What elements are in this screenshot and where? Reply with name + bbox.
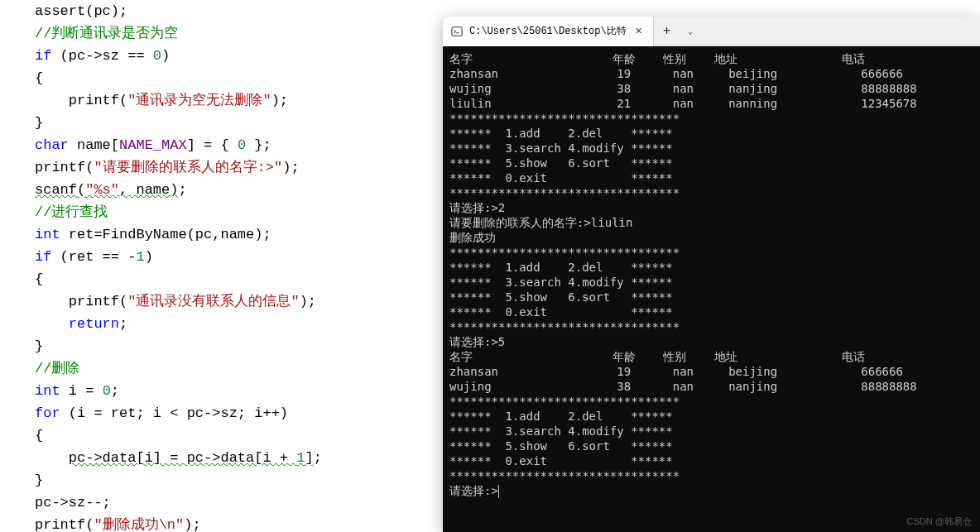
title-bar: C:\Users\25061\Desktop\比特 × + ⌄: [443, 17, 980, 46]
code-line: printf("通讯录没有联系人的信息");: [35, 290, 447, 313]
terminal-line: zhansan 19 nan beijing 666666: [449, 66, 973, 81]
code-line: }: [35, 469, 447, 491]
terminal-line: 名字 年龄 性别 地址 电话: [449, 349, 973, 364]
terminal-line: ****** 0.exit ******: [449, 304, 973, 319]
terminal-line: ****** 0.exit ******: [449, 453, 973, 468]
terminal-line: ****** 3.search 4.modify ******: [449, 141, 973, 156]
terminal-line: ****** 1.add 2.del ******: [449, 260, 973, 275]
terminal-line: ****** 5.show 6.sort ******: [449, 156, 973, 170]
code-line: }: [35, 112, 447, 134]
terminal-line: wujing 38 nan nanjing 88888888: [449, 379, 973, 394]
code-line: if (ret == -1): [35, 246, 447, 268]
terminal-icon: [451, 26, 463, 37]
terminal-line: *********************************: [449, 111, 973, 126]
terminal-line: 删除成功: [449, 230, 973, 245]
code-line: printf("请要删除的联系人的名字:>");: [35, 156, 447, 179]
code-line: {: [35, 424, 447, 447]
code-line: printf("删除成功\n");: [35, 514, 447, 532]
terminal-line: ****** 1.add 2.del ******: [449, 126, 973, 141]
svg-rect-0: [452, 26, 462, 36]
new-tab-button[interactable]: +: [654, 24, 680, 39]
code-line: if (pc->sz == 0): [35, 45, 447, 67]
terminal-line: ****** 5.show 6.sort ******: [449, 439, 973, 453]
code-line: return;: [35, 313, 447, 335]
terminal-line: *********************************: [449, 319, 973, 334]
code-line: assert(pc);: [35, 0, 447, 22]
code-line: printf("通讯录为空无法删除");: [35, 89, 447, 112]
code-line: char name[NAME_MAX] = { 0 };: [35, 134, 447, 156]
terminal-line: 请选择:>: [449, 483, 973, 498]
terminal-line: 请要删除的联系人的名字:>liulin: [449, 215, 973, 230]
code-line: int ret=FindByName(pc,name);: [35, 223, 447, 246]
code-line: {: [35, 67, 447, 89]
code-editor[interactable]: assert(pc); //判断通讯录是否为空 if (pc->sz == 0)…: [0, 0, 447, 532]
code-line: //进行查找: [35, 201, 447, 223]
terminal-line: *********************************: [449, 394, 973, 409]
terminal-window: C:\Users\25061\Desktop\比特 × + ⌄ 名字 年龄 性别…: [443, 17, 980, 532]
terminal-line: 请选择:>2: [449, 200, 973, 215]
code-line: pc->data[i] = pc->data[i + 1];: [35, 447, 447, 469]
terminal-line: zhansan 19 nan beijing 666666: [449, 364, 973, 379]
code-line: pc->sz--;: [35, 491, 447, 514]
terminal-line: wujing 38 nan nanjing 88888888: [449, 81, 973, 96]
terminal-line: 请选择:>5: [449, 334, 973, 349]
watermark: CSDN @韩易仓: [907, 515, 972, 528]
terminal-line: 名字 年龄 性别 地址 电话: [449, 51, 973, 66]
code-line: //判断通讯录是否为空: [35, 22, 447, 45]
tab-title: C:\Users\25061\Desktop\比特: [469, 24, 627, 38]
terminal-line: ****** 3.search 4.modify ******: [449, 424, 973, 439]
terminal-line: ****** 3.search 4.modify ******: [449, 275, 973, 290]
terminal-output[interactable]: 名字 年龄 性别 地址 电话zhansan 19 nan beijing 666…: [443, 46, 980, 532]
terminal-line: ****** 1.add 2.del ******: [449, 409, 973, 424]
code-line: //删除: [35, 357, 447, 380]
terminal-line: ****** 0.exit ******: [449, 170, 973, 185]
terminal-line: *********************************: [449, 245, 973, 260]
code-line: scanf("%s", name);: [35, 179, 447, 201]
code-line: }: [35, 335, 447, 357]
code-line: int i = 0;: [35, 380, 447, 402]
code-line: {: [35, 268, 447, 290]
tab-dropdown-icon[interactable]: ⌄: [680, 26, 700, 36]
code-line: for (i = ret; i < pc->sz; i++): [35, 402, 447, 424]
cursor: [498, 485, 499, 498]
terminal-line: *********************************: [449, 185, 973, 200]
tab-active[interactable]: C:\Users\25061\Desktop\比特 ×: [443, 17, 654, 46]
terminal-line: liulin 21 nan nanning 12345678: [449, 96, 973, 111]
terminal-line: ****** 5.show 6.sort ******: [449, 290, 973, 304]
terminal-line: *********************************: [449, 468, 973, 483]
close-icon[interactable]: ×: [633, 26, 645, 37]
